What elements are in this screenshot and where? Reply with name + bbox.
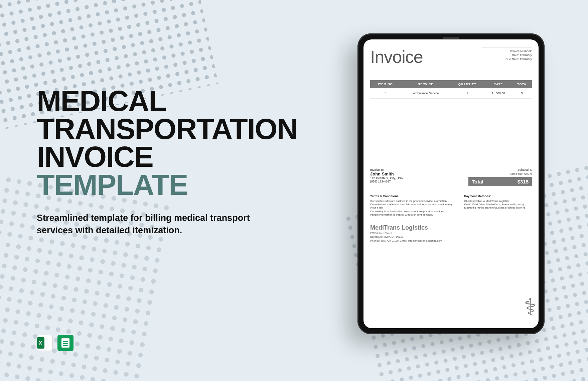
total-label: Total: [472, 179, 483, 184]
payment-heading: Payment Methods:: [464, 195, 532, 199]
payment-block: Payment Methods: Check payable to MediTr…: [464, 195, 532, 217]
cell-item-no: 1: [370, 88, 402, 99]
col-service: SERVICE: [402, 80, 450, 88]
caduceus-icon: ⚕: [524, 293, 537, 321]
tablet-frame: Invoice Invoice Number: Date: February D…: [357, 33, 545, 334]
terms-l4: Patient information is treated with stri…: [370, 213, 458, 217]
terms-l3: Our liability is limited to the provisio…: [370, 210, 458, 213]
bill-to-phone: (555) 123-4567: [370, 180, 403, 183]
terms-heading: Terms & Conditions:: [370, 195, 458, 199]
invoice-document: Invoice Invoice Number: Date: February D…: [363, 39, 539, 328]
tablet-mockup: Invoice Invoice Number: Date: February D…: [357, 33, 551, 348]
terms-block: Terms & Conditions: Our service rates ar…: [370, 195, 458, 217]
tax-pct: 5%: [524, 172, 529, 176]
cell-rate-sym: $: [491, 92, 493, 95]
cell-rate: 300.00: [496, 92, 505, 95]
invoice-due-value: February: [520, 57, 532, 61]
col-item-no: ITEM NO.: [370, 80, 402, 88]
title-line-3b: TEMPLATE: [37, 168, 188, 201]
company-name: MediTrans Logistics: [370, 224, 532, 231]
bill-to-name: John Smith: [370, 171, 394, 176]
col-rate: RATE: [485, 80, 512, 88]
company-addr1: 235 Vintner Street: [370, 231, 532, 235]
tax-sym: $: [530, 172, 532, 176]
company-contact: Phone: (466) 789-0123 | Email: info@medi…: [370, 239, 532, 243]
company-block: MediTrans Logistics 235 Vintner Street B…: [370, 224, 532, 243]
invoice-date-value: February: [520, 53, 532, 57]
invoice-due-label: Due Date:: [505, 57, 519, 61]
cell-quantity: 1: [450, 88, 484, 99]
bill-to-block: Invoice To: John Smith 123 Health St, Ci…: [370, 168, 403, 187]
col-quantity: QUANTITY: [450, 80, 484, 88]
terms-l2: Cancellations made less than 24 hours be…: [370, 203, 458, 210]
page-title: MEDICAL TRANSPORTATION INVOICE TEMPLATE: [37, 87, 281, 199]
col-total: TOTA: [512, 80, 532, 88]
subtotal-label: Subtotal: [518, 168, 529, 171]
table-row: 1 Ambulance Service 1 $ 300.00 $: [370, 88, 532, 99]
company-addr2: Bordeaux Haven, BH 00123: [370, 235, 532, 239]
excel-icon: [37, 335, 53, 351]
total-bar: Total $315: [468, 177, 532, 186]
payment-l3: Electronic Funds Transfer (Details provi…: [464, 206, 532, 210]
terms-l1: Our service rates are outlined in the pr…: [370, 200, 458, 203]
hero-text-block: MEDICAL TRANSPORTATION INVOICE TEMPLATE …: [37, 87, 281, 236]
payment-l2: Credit Card (Visa, MasterCard, American …: [464, 203, 532, 206]
cell-service: Ambulance Service: [402, 88, 450, 99]
invoice-table: ITEM NO. SERVICE QUANTITY RATE TOTA 1 Am…: [370, 80, 532, 99]
table-spacer: [370, 99, 532, 165]
tax-label: Sales Tax: [509, 172, 523, 176]
cell-total-sym: $: [512, 88, 532, 99]
invoice-date-label: Date:: [512, 53, 519, 57]
invoice-meta: Invoice Number: Date: February Due Date:…: [482, 47, 532, 61]
page-subtitle: Streamlined template for billing medical…: [37, 212, 281, 236]
google-sheets-icon: [57, 335, 74, 351]
bill-to-addr: 123 Health St, City, USA: [370, 176, 403, 180]
invoice-number-label: Invoice Number:: [482, 49, 532, 53]
totals-block: Subtotal $ Sales Tax 5% $ Total $315: [468, 168, 532, 187]
bill-to-label: Invoice To:: [370, 168, 403, 171]
total-value: $315: [518, 179, 529, 184]
file-format-icons: [37, 335, 74, 351]
payment-l1: Check payable to MediTrans Logistics: [464, 200, 532, 203]
invoice-heading: Invoice: [370, 47, 423, 67]
subtotal-sym: $: [530, 168, 532, 171]
